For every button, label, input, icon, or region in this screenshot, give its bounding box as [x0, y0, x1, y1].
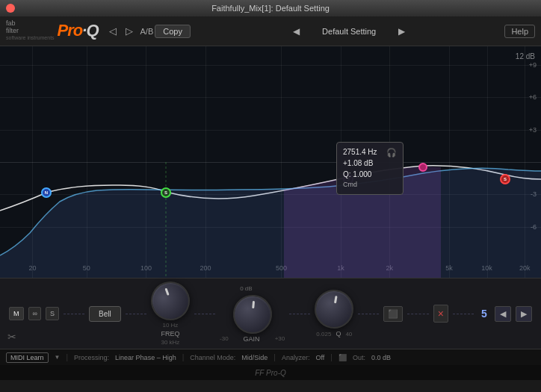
freq-knob[interactable] — [146, 276, 196, 326]
freq-label: FREQ — [161, 330, 179, 337]
dash-connector-3 — [194, 314, 215, 314]
brand-label: FF Pro-Q — [255, 369, 285, 377]
preset-section: ◀ Default Setting ▶ — [194, 26, 504, 37]
processing-label: Processing: — [74, 354, 109, 361]
next-preset-button[interactable]: ▶ — [398, 26, 405, 37]
q-label: Q — [336, 330, 341, 337]
nav-next-button[interactable]: ▶ — [516, 306, 532, 322]
copy-button[interactable]: Copy — [155, 25, 191, 38]
processing-value: Linear Phase – High — [115, 354, 176, 361]
undo-redo-controls: ◁ ▷ — [106, 24, 136, 38]
statusbar: MIDI Learn ▼ | Processing: Linear Phase … — [0, 349, 541, 365]
m-button[interactable]: M — [9, 307, 24, 320]
undo-button[interactable]: ◁ — [106, 24, 120, 38]
logo-proq-text: Pro·Q — [58, 21, 99, 40]
band-node-5[interactable]: S — [500, 174, 510, 184]
toolbar: fabfiltersoftware instruments Pro·Q ◁ ▷ … — [0, 16, 541, 46]
status-div-2: | — [182, 353, 185, 361]
gain-range-high: +30 — [275, 335, 285, 342]
gain-knob-container: 0 dB -30 GAIN +30 — [220, 285, 285, 343]
band-node-1[interactable]: N — [41, 187, 52, 198]
band-2-label: S — [164, 190, 167, 195]
tooltip-cmd: Cmd — [343, 180, 397, 190]
window-title: Faithfully_Mix[1]: Default Setting — [211, 4, 330, 13]
freq-range-low: 10 Hz — [162, 322, 178, 329]
band-node-2[interactable]: S — [161, 187, 171, 198]
controls-strip: M ∞ S Bell 10 Hz FREQ 30 kHz 0 dB -30 GA… — [0, 278, 541, 349]
gain-range-low: -30 — [220, 335, 229, 342]
ab-label: A/B — [140, 27, 154, 36]
gain-knob[interactable] — [231, 293, 273, 335]
status-div-1: | — [66, 353, 68, 361]
band-tooltip: 🎧 2751.4 Hz +1.08 dB Q: 1.000 Cmd — [336, 142, 404, 195]
channel-value: Mid/Side — [241, 354, 268, 361]
midi-learn-button[interactable]: MIDI Learn — [6, 352, 49, 363]
preset-name: Default Setting — [304, 27, 394, 36]
status-div-4: | — [330, 353, 333, 361]
tooltip-gain: +1.08 dB — [343, 158, 397, 169]
band-type-button[interactable]: Bell — [89, 306, 121, 322]
footer: FF Pro-Q — [0, 365, 541, 380]
tooltip-headphone: 🎧 — [386, 146, 397, 159]
dash-connector-4 — [289, 314, 310, 314]
logo: fabfiltersoftware instruments Pro·Q — [6, 20, 99, 43]
analyzer-value: Off — [315, 354, 324, 361]
dash-connector-7 — [453, 314, 474, 314]
dash-connector-6 — [407, 314, 428, 314]
freq-range-high: 30 kHz — [161, 339, 179, 346]
midi-dropdown-icon[interactable]: ▼ — [55, 354, 61, 361]
band-node-4[interactable] — [418, 163, 427, 172]
out-icon: ⬛ — [338, 354, 347, 361]
band-1-label: N — [45, 190, 48, 195]
freq-knob-container: 10 Hz FREQ 30 kHz — [151, 281, 190, 346]
close-button[interactable] — [6, 4, 15, 13]
stereo-button[interactable]: ∞ — [28, 307, 41, 320]
channel-label: Channel Mode: — [190, 354, 235, 361]
nav-prev-button[interactable]: ◀ — [495, 306, 511, 322]
analyzer-label: Analyzer: — [282, 354, 310, 361]
dash-connector-5 — [358, 314, 379, 314]
tooltip-q: Q: 1.000 — [343, 169, 397, 180]
band-5-label: S — [504, 177, 507, 181]
q-knob-container: 0.025 Q 40 — [315, 290, 353, 337]
status-div-3: | — [273, 353, 276, 361]
dash-connector-2 — [126, 314, 146, 314]
ab-section: A/B Copy — [140, 25, 191, 38]
channel-toggle-button[interactable]: ⬛ — [383, 306, 403, 322]
band-number: 5 — [478, 308, 490, 320]
remove-band-button[interactable]: × — [433, 305, 448, 323]
titlebar: Faithfully_Mix[1]: Default Setting — [0, 0, 541, 16]
s-button[interactable]: S — [46, 307, 59, 320]
q-knob[interactable] — [312, 287, 356, 332]
help-button[interactable]: Help — [504, 25, 535, 38]
dash-connector-1 — [64, 314, 84, 314]
scissors-icon[interactable]: ✂ — [7, 331, 16, 343]
q-range-high: 40 — [345, 331, 352, 337]
prev-preset-button[interactable]: ◀ — [293, 26, 300, 37]
eq-curve-svg — [0, 46, 541, 278]
out-label: Out: — [353, 354, 365, 361]
out-value: 0.0 dB — [371, 354, 391, 361]
eq-display: 12 dB +9 +6 +3 -3 -6 20 50 100 200 500 1… — [0, 46, 541, 278]
logo-ff-text: fabfiltersoftware instruments — [6, 20, 55, 43]
q-range-low: 0.025 — [316, 331, 331, 337]
gain-zero-label: 0 dB — [240, 285, 252, 292]
redo-button[interactable]: ▷ — [123, 24, 136, 38]
gain-label: GAIN — [244, 335, 260, 343]
